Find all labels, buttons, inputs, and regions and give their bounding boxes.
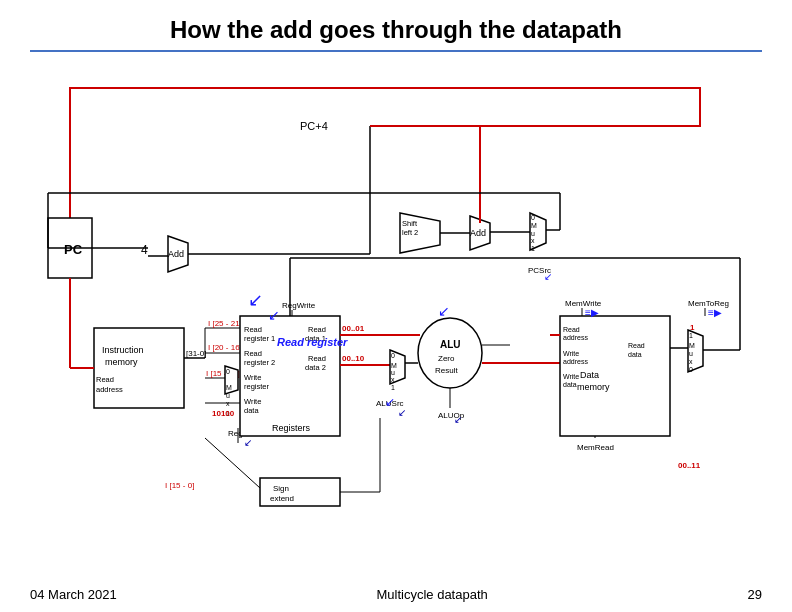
footer: 04 March 2021 Multicycle datapath 29 <box>0 587 792 602</box>
regdst-mux-0: 0 <box>226 368 230 375</box>
regdst-arrow: ↙ <box>244 437 252 448</box>
regdst-mux-1: M <box>226 384 232 391</box>
rr2-label: Read <box>244 349 262 358</box>
rd1-label: Read <box>308 325 326 334</box>
pc-label: PC <box>64 242 83 257</box>
regdst-mux-u: u <box>226 392 230 399</box>
val-10100-label: 10100 <box>212 409 235 418</box>
memtoreg-arrow: ≡▶ <box>708 307 722 318</box>
dm-wa-label2: address <box>563 358 588 365</box>
alusrc-mux-x: x <box>391 376 395 383</box>
diagram-svg: PC+4 PC 4 Add Instruction memory Read <box>20 58 772 568</box>
read-register-annotation: Read register <box>277 336 348 348</box>
sign-extend-label2: extend <box>270 494 294 503</box>
dm-wd-label: Write <box>563 373 579 380</box>
slide-title: How the add goes through the datapath <box>0 0 792 50</box>
memtoreg-mux-m: M <box>689 342 695 349</box>
val-00-10: 00..10 <box>342 354 365 363</box>
memread-label: MemRead <box>577 443 614 452</box>
alusrc-arrow: ↙ <box>398 407 406 418</box>
memtoreg-mux-1: 1 <box>689 332 693 339</box>
dm-ra-label2: address <box>563 334 588 341</box>
title-divider <box>30 50 762 52</box>
handwritten-arrow2: ↙ <box>438 303 450 319</box>
pcsrc-mux-m: M <box>531 222 537 229</box>
alu-zero-label: Zero <box>438 354 455 363</box>
pcsrc-mux-1: 1 <box>531 245 535 252</box>
val-00-11: 00..11 <box>678 461 701 470</box>
wd-label: Write <box>244 397 261 406</box>
footer-date: 04 March 2021 <box>30 587 117 602</box>
alusrc-mux-0: 0 <box>391 352 395 359</box>
val-00-01: 00..01 <box>342 324 365 333</box>
data-memory-label2: memory <box>577 382 610 392</box>
svg-rect-0 <box>20 58 772 568</box>
wd-label2: data <box>244 406 259 415</box>
alusrc-mux-u: u <box>391 369 395 376</box>
memtoreg-mux-x: x <box>689 358 693 365</box>
alu-label: ALU <box>440 339 461 350</box>
dm-rd-label: Read <box>628 342 645 349</box>
rr2-label2: register 2 <box>244 358 275 367</box>
alusrc-annot-arrow: ↙ <box>385 395 395 409</box>
rd2-label: Read <box>308 354 326 363</box>
instruction-memory-label2: memory <box>105 357 138 367</box>
regwrite-label: RegWrite <box>282 301 316 310</box>
instruction-memory-box <box>94 328 184 408</box>
dm-ra-label: Read <box>563 326 580 333</box>
wr-label: Write <box>244 373 261 382</box>
wr-label2: register <box>244 382 270 391</box>
alusrc-mux-m: M <box>391 362 397 369</box>
add2-label: Add <box>470 228 486 238</box>
rd2-label2: data 2 <box>305 363 326 372</box>
pcsrc-mux-0: 0 <box>531 214 535 221</box>
aluop-arrow: ↙ <box>454 414 462 425</box>
shift-left-2-label1: Shift <box>402 219 418 228</box>
pcsrc-arrow: ↙ <box>544 271 552 282</box>
memtoreg-mux-0: 0 <box>689 366 693 373</box>
data-memory-label: Data <box>580 370 599 380</box>
alusrc-mux-1: 1 <box>391 384 395 391</box>
alu-block <box>418 318 482 388</box>
read-address-im-label2: address <box>96 385 123 394</box>
rr1-label: Read <box>244 325 262 334</box>
dm-wd-label2: data <box>563 381 577 388</box>
shift-left-2-label2: left 2 <box>402 228 418 237</box>
diagram-area: PC+4 PC 4 Add Instruction memory Read <box>20 58 772 568</box>
dm-wa-label: Write <box>563 350 579 357</box>
regwrite-arrow: ↙ <box>268 307 280 323</box>
pcsrc-mux-u: u <box>531 230 535 237</box>
handwritten-arrow1: ↙ <box>248 290 263 310</box>
slide: How the add goes through the datapath PC… <box>0 0 792 612</box>
alu-result-label: Result <box>435 366 458 375</box>
four-label: 4 <box>141 243 148 257</box>
footer-page: 29 <box>748 587 762 602</box>
memtoreg-mux-u: u <box>689 350 693 357</box>
registers-label: Registers <box>272 423 311 433</box>
sign-extend-label1: Sign <box>273 484 289 493</box>
val-1: 1 <box>690 323 695 332</box>
inst-31-0-label: [31-0] <box>186 349 206 358</box>
pcsrc-mux-x: x <box>531 237 535 244</box>
add1-label: Add <box>168 249 184 259</box>
memwrite-arrow: ≡▶ <box>585 307 599 318</box>
i-15-0-label: I [15 - 0] <box>165 481 194 490</box>
pc-plus-4-label: PC+4 <box>300 120 328 132</box>
dm-rd-label2: data <box>628 351 642 358</box>
footer-topic: Multicycle datapath <box>376 587 487 602</box>
instruction-memory-label1: Instruction <box>102 345 144 355</box>
rr1-label2: register 1 <box>244 334 275 343</box>
read-address-im-label: Read <box>96 375 114 384</box>
